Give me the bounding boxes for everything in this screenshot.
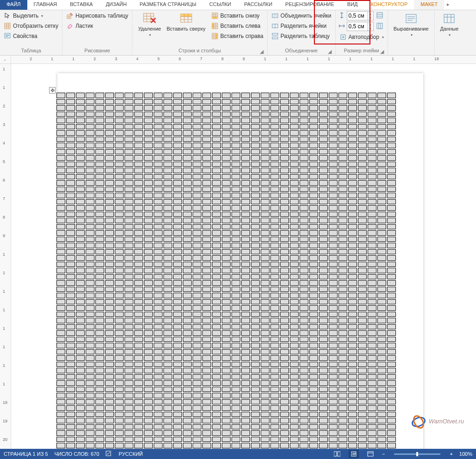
insert-col-left-icon <box>211 22 219 30</box>
watermark-text: WamOtvet.ru <box>429 418 464 425</box>
table-move-handle[interactable]: ✥ <box>49 87 56 94</box>
insert-left-button[interactable]: Вставить слева <box>210 21 264 31</box>
draw-table-label: Нарисовать таблицу <box>75 13 128 19</box>
tab-view[interactable]: ВИД <box>341 0 364 10</box>
dialog-launcher-icon[interactable]: ◢ <box>379 49 385 54</box>
document-area[interactable]: ✥ WamOtvet.ru <box>11 64 476 449</box>
select-button[interactable]: Выделить▾ <box>3 11 59 20</box>
tab-file[interactable]: ФАЙЛ <box>0 0 27 10</box>
horizontal-ruler[interactable]: ⌐ 211234567891111111118 <box>0 56 476 64</box>
status-page[interactable]: СТРАНИЦА 1 ИЗ 5 <box>4 451 48 457</box>
view-gridlines-button[interactable]: Отобразить сетку <box>3 21 59 31</box>
gridlines-icon <box>4 22 11 30</box>
group-data-label <box>438 48 462 55</box>
row-height-value[interactable] <box>347 13 368 19</box>
svg-rect-15 <box>272 37 278 39</box>
delete-button[interactable]: Удаление▾ <box>135 11 164 38</box>
split-table-icon <box>271 32 279 40</box>
insert-row-above-icon <box>179 12 194 25</box>
chevron-down-icon: ▾ <box>449 33 451 37</box>
spin-down-icon[interactable]: ▾ <box>368 26 373 31</box>
data-button[interactable]: Данные▾ <box>438 11 462 38</box>
split-cells-label: Разделить ячейки <box>281 23 327 29</box>
svg-rect-5 <box>181 14 192 17</box>
delete-label: Удаление <box>138 26 161 31</box>
spellcheck-icon[interactable] <box>106 450 112 458</box>
alignment-button[interactable]: Выравнивание▾ <box>391 11 432 38</box>
zoom-slider[interactable] <box>394 453 440 455</box>
logo-icon <box>410 414 427 430</box>
alignment-label: Выравнивание <box>394 26 429 31</box>
watermark: WamOtvet.ru <box>410 414 464 430</box>
data-icon <box>442 12 457 25</box>
spin-down-icon[interactable]: ▾ <box>368 16 373 20</box>
zoom-out-button[interactable]: − <box>382 451 385 457</box>
spin-up-icon[interactable]: ▴ <box>368 12 373 16</box>
chevron-down-icon: ▾ <box>411 33 413 37</box>
group-cellsize-label: Размер ячейки <box>344 48 379 53</box>
insert-above-button[interactable]: Вставить сверху <box>164 11 208 32</box>
group-rows-cols: Удаление▾ Вставить сверху Вставить снизу… <box>132 10 268 55</box>
row-height-input[interactable]: ▴▾ <box>347 11 374 20</box>
zoom-in-button[interactable]: + <box>450 451 452 457</box>
status-language[interactable]: РУССКИЙ <box>119 451 143 457</box>
delete-table-icon <box>142 12 157 25</box>
insert-row-below-icon <box>211 12 219 19</box>
tab-insert[interactable]: ВСТАВКА <box>63 0 99 10</box>
distribute-cols-icon[interactable] <box>376 23 384 30</box>
vertical-ruler[interactable]: 112345678911111111181920 <box>0 64 11 449</box>
group-draw-label: Рисование <box>65 48 129 55</box>
draw-table-button[interactable]: Нарисовать таблицу <box>65 11 129 20</box>
split-table-button[interactable]: Разделить таблицу <box>270 31 332 41</box>
tab-table-design[interactable]: КОНСТРУКТОР <box>364 0 414 10</box>
insert-above-label: Вставить сверху <box>167 26 206 31</box>
tab-mailings[interactable]: РАССЫЛКИ <box>238 0 279 10</box>
insert-left-label: Вставить слева <box>220 23 261 29</box>
split-cells-button[interactable]: Разделить ячейки <box>270 21 332 31</box>
dialog-launcher-icon[interactable]: ◢ <box>259 49 264 54</box>
tab-home[interactable]: ГЛАВНАЯ <box>27 0 63 10</box>
insert-right-button[interactable]: Вставить справа <box>210 31 264 41</box>
ribbon: Выделить▾ Отобразить сетку Свойства Табл… <box>0 10 476 56</box>
eraser-icon <box>66 22 74 30</box>
cursor-icon <box>4 12 11 19</box>
insert-below-label: Вставить снизу <box>220 13 260 19</box>
split-table-label: Разделить таблицу <box>281 33 330 39</box>
svg-rect-14 <box>272 33 278 35</box>
view-read-mode[interactable] <box>332 450 342 458</box>
distribute-rows-icon[interactable] <box>376 12 384 19</box>
group-merge-label: Объединение <box>285 48 317 53</box>
ruler-corner: ⌐ <box>0 56 11 63</box>
autofit-button[interactable]: Автоподбор▾ <box>338 32 385 42</box>
merge-cells-button[interactable]: Объединить ячейки <box>270 11 332 20</box>
svg-rect-11 <box>216 33 218 39</box>
tab-page-layout[interactable]: РАЗМЕТКА СТРАНИЦЫ <box>133 0 203 10</box>
document-table[interactable] <box>56 92 397 449</box>
merge-cells-label: Объединить ячейки <box>281 13 332 19</box>
tab-review[interactable]: РЕЦЕНЗИРОВАНИЕ <box>279 0 341 10</box>
autofit-label: Автоподбор <box>349 34 379 40</box>
pencil-table-icon <box>66 12 74 19</box>
alignment-icon <box>404 12 419 25</box>
insert-below-button[interactable]: Вставить снизу <box>210 11 264 20</box>
tab-references[interactable]: ССЫЛКИ <box>203 0 238 10</box>
status-word-count[interactable]: ЧИСЛО СЛОВ: 670 <box>55 451 100 457</box>
tab-table-layout[interactable]: МАКЕТ <box>414 0 444 10</box>
tab-more[interactable]: ▸ <box>444 0 452 10</box>
eraser-button[interactable]: Ластик <box>65 21 129 31</box>
autofit-icon <box>339 33 347 41</box>
properties-button[interactable]: Свойства <box>3 31 59 41</box>
insert-col-right-icon <box>211 32 219 40</box>
dialog-launcher-icon[interactable]: ◢ <box>327 49 332 54</box>
group-table-label: Таблица <box>3 48 59 55</box>
col-width-value[interactable] <box>347 23 368 30</box>
data-label: Данные <box>440 26 459 31</box>
zoom-level[interactable]: 100% <box>459 451 472 457</box>
view-print-layout[interactable] <box>349 450 359 458</box>
group-draw: Нарисовать таблицу Ластик Рисование <box>63 10 132 55</box>
spin-up-icon[interactable]: ▴ <box>368 22 373 26</box>
tab-design[interactable]: ДИЗАЙН <box>99 0 133 10</box>
group-table: Выделить▾ Отобразить сетку Свойства Табл… <box>0 10 63 55</box>
col-width-input[interactable]: ▴▾ <box>347 22 374 31</box>
view-web-layout[interactable] <box>365 450 376 458</box>
